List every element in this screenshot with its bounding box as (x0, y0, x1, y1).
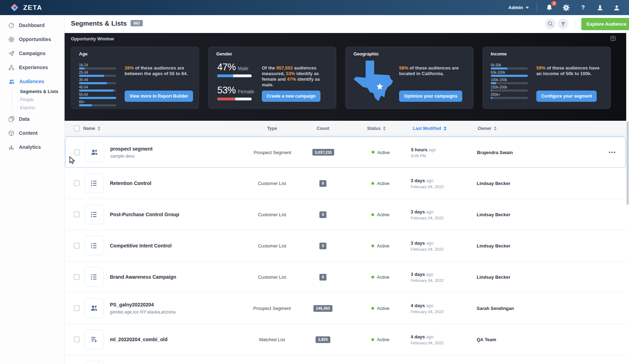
sidebar-item-segments-lists[interactable]: Segments & Lists (20, 89, 64, 94)
gender-card: Gender 47%Male 53%Female Of the 957,502 … (208, 47, 336, 109)
table-row[interactable]: Post-Purchase Control Group Customer Lis… (65, 199, 625, 230)
report-builder-button[interactable]: View more in Report Builder (125, 91, 193, 102)
sidebar-item-dashboard[interactable]: Dashboard (0, 18, 64, 32)
notifications-button[interactable]: 3 (545, 3, 554, 12)
age-bar (79, 75, 104, 77)
table-row[interactable]: Brand Awareness Campaign Customer List 0… (65, 262, 625, 293)
row-owner: Brajendra Swain (477, 150, 513, 155)
row-last-modified: 3 days ago February 04, 2022 (411, 178, 444, 189)
page-title: Segments & Lists947 (71, 20, 143, 27)
age-bar-label: 25-34 (79, 71, 116, 74)
filter-button[interactable] (558, 19, 568, 29)
row-checkbox[interactable] (74, 212, 80, 218)
count-badge: 0 (319, 180, 326, 187)
sidebar-item-audiences[interactable]: Audiences (0, 74, 64, 88)
table-row[interactable]: ml_20220204_combi_old Matched List 2,825… (65, 324, 625, 355)
row-checkbox[interactable] (74, 274, 80, 280)
cube-icon (8, 130, 14, 136)
nav-divider (537, 4, 537, 12)
row-last-modified: 5 hours ago 8:05 PM (411, 147, 436, 158)
filter-icon (561, 21, 566, 27)
column-header-owner[interactable]: Owner (478, 126, 497, 131)
optimize-campaigns-button[interactable]: Optimize your campaigns (399, 91, 462, 102)
table-row[interactable]: PS_galny20220204gender,age,loc-NY:alaska… (65, 293, 625, 324)
sidebar-item-analytics[interactable]: Analytics (0, 140, 64, 154)
geographic-highlight: 58% (399, 65, 408, 71)
column-header-status[interactable]: Status (367, 126, 386, 131)
create-campaign-button[interactable]: Create a new campaign (262, 91, 320, 102)
row-description: gender,age,loc-NY:alaska,arizona (110, 310, 226, 315)
row-type-icon-box (84, 330, 104, 349)
column-header-last-modified[interactable]: Last Modified (413, 126, 446, 131)
help-button[interactable]: ? (578, 3, 588, 12)
select-all-checkbox[interactable] (74, 126, 80, 132)
vertical-scrollbar[interactable] (627, 121, 629, 205)
status-dot (371, 244, 374, 247)
sidebar-item-content[interactable]: Content (0, 126, 64, 140)
sidebar-item-data[interactable]: Data (0, 112, 64, 126)
opportunity-window: Opportunity Window Age 18-24 25-34 35-44… (65, 33, 626, 121)
explore-audience-button[interactable]: Explore Audience (581, 18, 629, 30)
female-stat: 53%Female (217, 85, 254, 100)
sidebar-item-opportunities[interactable]: Opportunities (0, 32, 64, 46)
row-count: 2,825 (296, 336, 350, 343)
sidebar-item-campaigns[interactable]: Campaigns (0, 46, 64, 60)
table-row[interactable]: prospect segmentsample desc Prospect Seg… (65, 137, 625, 168)
income-highlight: 59% (536, 65, 545, 71)
configure-segment-button[interactable]: Configure your segment (536, 91, 597, 102)
age-card: Age 18-24 25-34 35-44 45-54 55-64 65+ 26… (71, 47, 199, 109)
income-bar (491, 97, 492, 99)
opportunity-window-title: Opportunity Window (71, 37, 114, 41)
row-type-icon-box (84, 298, 104, 318)
admin-menu[interactable]: Admin (508, 5, 529, 10)
sidebar-item-label: Content (19, 130, 38, 136)
income-bar (491, 75, 528, 77)
row-last-modified: 4 days ago February 04, 2022 (411, 303, 444, 314)
row-checkbox[interactable] (74, 149, 80, 155)
sidebar-item-experiences[interactable]: Experiences (0, 60, 64, 74)
row-name[interactable]: Retention Control (110, 180, 226, 186)
paper-plane-icon (8, 51, 14, 57)
geographic-card: Geographic 58% of these audiences are lo… (345, 47, 474, 109)
row-owner: Lindsay Becker (477, 212, 510, 217)
count-badge: 3,037,231 (312, 149, 335, 155)
help-icon: ? (581, 4, 585, 11)
row-name[interactable]: Competitive Intent Control (110, 243, 226, 249)
gender-insight-text: Of the 957,502 audiences measured, 53% i… (262, 65, 331, 88)
table-row-partial[interactable] (65, 355, 625, 364)
list-icon (90, 273, 98, 281)
profile-button[interactable] (612, 3, 621, 12)
row-name[interactable]: PS_galny20220204 (110, 302, 226, 307)
sidebar-item-exports[interactable]: Exports (20, 105, 64, 110)
search-button[interactable] (545, 19, 556, 29)
table-row[interactable]: Retention Control Customer List 0 Active… (65, 168, 625, 199)
admin-users-button[interactable] (595, 3, 604, 12)
row-count: 0 (296, 273, 350, 280)
row-checkbox[interactable] (74, 180, 80, 186)
zeta-logo[interactable]: ZETA (0, 3, 42, 12)
sidebar-item-label: Audiences (19, 79, 44, 84)
row-name[interactable]: Post-Purchase Control Group (110, 212, 226, 217)
main-content: Segments & Lists947 Explore Audience Opp… (65, 15, 629, 364)
age-bar (79, 82, 107, 84)
table-row[interactable]: Competitive Intent Control Customer List… (65, 230, 625, 262)
column-header-name[interactable]: Name (83, 126, 100, 131)
settings-button[interactable] (562, 3, 571, 12)
row-status: Active (372, 150, 390, 155)
male-bar (217, 74, 233, 77)
row-name[interactable]: ml_20220204_combi_old (110, 337, 226, 342)
row-checkbox[interactable] (74, 243, 80, 249)
income-insight-text: 59% of these audiences have an income of… (536, 65, 606, 77)
row-type-icon-box (84, 267, 104, 287)
collapse-panel-icon[interactable] (610, 36, 616, 42)
row-name[interactable]: Brand Awareness Campaign (110, 274, 226, 280)
row-checkbox[interactable] (74, 337, 80, 343)
age-card-title: Age (79, 51, 88, 57)
sidebar-item-people[interactable]: People (20, 97, 64, 102)
row-count: 0 (296, 211, 350, 218)
row-checkbox[interactable] (74, 305, 80, 311)
row-name[interactable]: prospect segment (110, 146, 226, 152)
sort-icon (444, 126, 446, 131)
row-type-icon-box (84, 205, 104, 224)
row-actions-menu[interactable] (609, 152, 615, 153)
